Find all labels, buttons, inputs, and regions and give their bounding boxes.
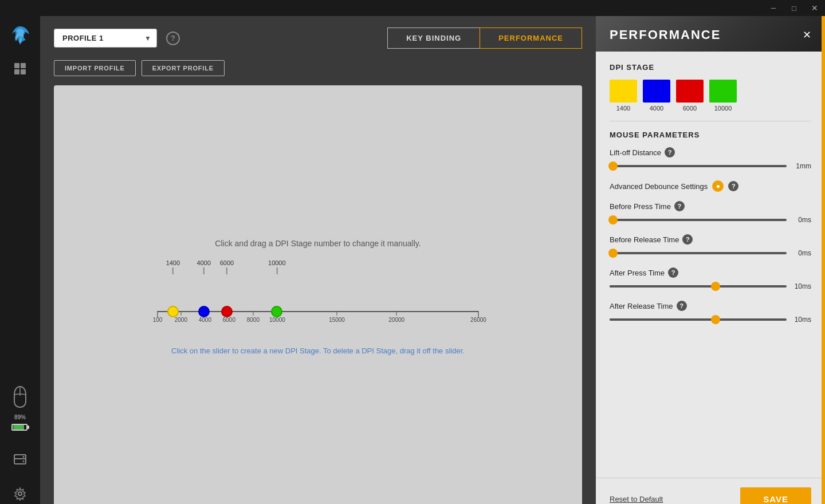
sidebar-item-grid[interactable]	[7, 56, 33, 81]
minimize-button[interactable]: ─	[763, 0, 784, 16]
dpi-label-4000: 4000	[197, 259, 210, 274]
tick-2000	[180, 311, 181, 316]
dpi-create-hint: Click on the slider to create a new DPI …	[171, 346, 465, 355]
before-release-slider[interactable]	[610, 252, 787, 254]
after-release-slider-fill	[610, 318, 716, 321]
after-release-help-button[interactable]: ?	[677, 301, 687, 311]
tick-20000	[396, 311, 397, 316]
dpi-swatch-color-4000	[643, 80, 670, 103]
tab-buttons: KEY BINDING PERFORMANCE	[387, 27, 582, 49]
tick-label-2000: 2000	[175, 317, 187, 323]
before-release-slider-row: 0ms	[610, 249, 811, 257]
mouse-device-icon	[12, 385, 28, 408]
profile-select[interactable]: PROFILE 1 PROFILE 2 PROFILE 3	[54, 29, 157, 48]
svg-point-8	[23, 460, 25, 462]
advanced-debounce-toggle[interactable]: ●	[712, 180, 724, 192]
export-profile-button[interactable]: EXPORT PROFILE	[142, 60, 225, 76]
right-panel-footer: Reset to Default SAVE	[596, 478, 825, 504]
tick-26000	[478, 311, 479, 318]
after-release-slider-thumb[interactable]	[711, 315, 720, 324]
dpi-dot-10000[interactable]	[271, 306, 282, 317]
dpi-label-10000: 10000	[268, 259, 286, 274]
dpi-dot-1400[interactable]	[167, 306, 179, 317]
before-press-value: 0ms	[791, 216, 811, 224]
lift-off-slider[interactable]	[610, 165, 787, 167]
dpi-swatch-6000[interactable]: 6000	[676, 80, 704, 112]
app-logo[interactable]	[7, 22, 33, 47]
grid-icon	[14, 62, 26, 75]
after-press-slider-thumb[interactable]	[711, 282, 720, 291]
import-profile-button[interactable]: IMPORT PROFILE	[54, 60, 136, 76]
dpi-swatch-10000[interactable]: 10000	[709, 80, 737, 112]
lift-off-slider-row: 1mm	[610, 162, 811, 170]
before-press-slider[interactable]	[610, 219, 787, 221]
sidebar-item-storage[interactable]	[7, 447, 33, 472]
profile-selector-wrapper: PROFILE 1 PROFILE 2 PROFILE 3 ▼	[54, 29, 157, 48]
svg-point-9	[18, 492, 22, 495]
dpi-swatch-color-6000	[676, 80, 704, 103]
tab-keybinding[interactable]: KEY BINDING	[387, 27, 480, 49]
tick-label-8000: 8000	[247, 317, 260, 323]
advanced-debounce-help-button[interactable]: ?	[728, 181, 738, 191]
before-release-value: 0ms	[791, 249, 811, 257]
dpi-swatch-color-10000	[709, 80, 737, 103]
tick-8000	[253, 311, 253, 316]
dpi-swatch-color-1400	[610, 80, 637, 103]
orange-accent-bar	[822, 16, 825, 504]
dpi-dot-4000[interactable]	[198, 306, 210, 317]
tick-15000	[337, 311, 337, 316]
after-press-slider-fill	[610, 285, 716, 288]
before-press-slider-thumb[interactable]	[608, 215, 618, 225]
after-press-value: 10ms	[791, 282, 811, 290]
dpi-swatch-label-6000: 6000	[683, 105, 697, 112]
after-press-time-label: After Press Time ?	[610, 267, 811, 278]
dpi-dot-6000[interactable]	[221, 306, 233, 317]
before-release-slider-thumb[interactable]	[608, 249, 618, 258]
svg-point-7	[23, 456, 25, 458]
dpi-label-1400: 1400	[166, 259, 180, 274]
maximize-button[interactable]: □	[784, 0, 804, 16]
section-divider-1	[610, 121, 811, 121]
sidebar-item-settings[interactable]	[7, 481, 33, 504]
dpi-swatch-4000[interactable]: 4000	[643, 80, 670, 112]
battery-percentage: 89%	[14, 414, 26, 420]
tick-label-6000: 6000	[223, 317, 235, 323]
lift-off-slider-thumb[interactable]	[608, 162, 618, 171]
before-press-help-button[interactable]: ?	[674, 201, 685, 211]
main-content: PROFILE 1 PROFILE 2 PROFILE 3 ▼ ? KEY BI…	[40, 16, 596, 504]
after-press-help-button[interactable]: ?	[668, 267, 678, 278]
right-panel-close-button[interactable]: ✕	[803, 29, 811, 41]
svg-rect-3	[21, 69, 26, 74]
top-bar: PROFILE 1 PROFILE 2 PROFILE 3 ▼ ? KEY BI…	[54, 27, 582, 49]
advanced-debounce-label: Advanced Debounce Settings	[610, 182, 708, 191]
dpi-swatch-label-10000: 10000	[714, 105, 732, 112]
before-press-slider-row: 0ms	[610, 216, 811, 224]
device-icon[interactable]	[12, 385, 28, 411]
before-release-time-param: Before Release Time ? 0ms	[610, 234, 811, 257]
before-release-help-button[interactable]: ?	[682, 234, 693, 245]
right-panel-header: PERFORMANCE ✕	[596, 16, 825, 52]
lift-off-value: 1mm	[791, 162, 811, 170]
battery-icon	[11, 424, 29, 431]
tick-label-4000: 4000	[199, 317, 211, 323]
before-press-time-label: Before Press Time ?	[610, 201, 811, 211]
dpi-swatch-label-4000: 4000	[650, 105, 663, 112]
lift-off-help-button[interactable]: ?	[665, 147, 675, 158]
after-release-time-label: After Release Time ?	[610, 301, 811, 311]
tab-performance[interactable]: PERFORMANCE	[480, 27, 582, 49]
save-button[interactable]: SAVE	[740, 487, 811, 504]
dpi-slider-track[interactable]: 100 2000 4000 6000 8000 10000 15000 2000…	[158, 311, 478, 312]
after-release-slider[interactable]	[610, 318, 787, 321]
lift-off-distance-param: Lift-off Distance ? 1mm	[610, 147, 811, 170]
after-release-value: 10ms	[791, 316, 811, 324]
reset-to-default-button[interactable]: Reset to Default	[610, 495, 663, 503]
dpi-stage-swatches: 1400 4000 6000 10000	[610, 80, 811, 112]
profile-help-button[interactable]: ?	[166, 32, 180, 45]
close-window-button[interactable]: ✕	[804, 0, 825, 16]
dpi-swatch-1400[interactable]: 1400	[610, 80, 637, 112]
right-panel-body: DPI STAGE 1400 4000 6000 10000	[596, 52, 825, 478]
after-press-slider[interactable]	[610, 285, 787, 288]
svg-rect-2	[14, 69, 19, 74]
dpi-stage-section-title: DPI STAGE	[610, 63, 811, 72]
tick-label-20000: 20000	[388, 317, 404, 323]
